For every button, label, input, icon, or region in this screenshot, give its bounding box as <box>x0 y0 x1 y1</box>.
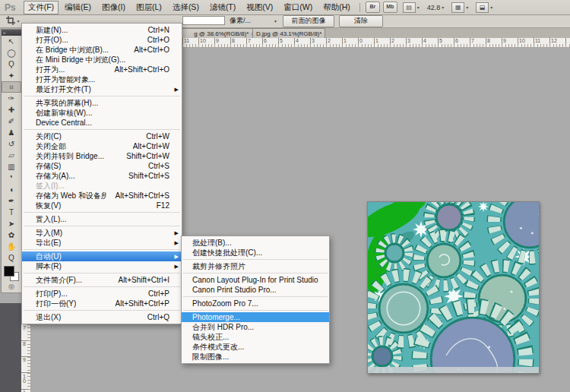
type-tool[interactable]: T <box>2 207 21 218</box>
ruler-label: 10 <box>519 38 525 43</box>
clone-stamp-tool[interactable]: ♟ <box>2 127 21 138</box>
submenu-item[interactable]: PhotoZoom Pro 7... <box>182 299 329 308</box>
dodge-tool[interactable]: ◖ <box>2 184 21 195</box>
crop-width-input[interactable] <box>182 16 225 25</box>
menubar-item[interactable]: 编辑(E) <box>60 1 96 14</box>
menu-item-label: Canon Print Studio Pro... <box>192 286 277 294</box>
file-menu-item[interactable]: 关闭全部Alt+Ctrl+W <box>22 141 182 151</box>
file-menu-item[interactable]: 存储为 Web 和设备所用格式(D)...Alt+Shift+Ctrl+S <box>22 191 182 201</box>
submenu-item[interactable]: 批处理(B)... <box>182 238 329 248</box>
foreground-color-swatch[interactable] <box>4 266 14 277</box>
menubar-item[interactable]: 文件(F) <box>24 1 59 14</box>
zoom-tool[interactable]: Q <box>2 252 21 264</box>
ruler-label: 1 0 <box>23 375 26 384</box>
screen-mode-dropdown[interactable]: ⬓ ▾ <box>476 2 492 13</box>
file-menu-item[interactable]: 打印一份(Y)Alt+Shift+Ctrl+P <box>22 299 182 308</box>
ruler-label: 8 <box>232 38 235 43</box>
file-menu-item[interactable]: 共享我的屏幕(H)... <box>22 98 182 108</box>
file-menu-item[interactable]: 在 Bridge 中浏览(B)...Alt+Ctrl+O <box>22 45 182 55</box>
menubar-item[interactable]: 帮助(H) <box>318 1 355 14</box>
file-menu-item[interactable]: 打印(P)...Ctrl+P <box>22 289 182 299</box>
gradient-tool[interactable]: ▥ <box>2 161 21 172</box>
submenu-item[interactable]: Canon Print Studio Pro... <box>182 285 329 295</box>
mini-bridge-button[interactable]: Mb <box>383 2 397 13</box>
zoom-level-dropdown[interactable]: 42.8 ▾ <box>427 4 445 11</box>
menubar-item[interactable]: 图像(I) <box>97 1 130 14</box>
submenu-item-photomerge[interactable]: Photomerge... <box>182 312 329 322</box>
history-brush-tool[interactable]: ↺ <box>2 138 21 150</box>
file-menu-item[interactable]: 文件简介(F)...Alt+Shift+Ctrl+I <box>22 275 182 285</box>
document-tab[interactable]: D.jpg @ 43.1%(RGB/8)*× <box>252 28 325 38</box>
file-menu-item[interactable]: 关闭(C)Ctrl+W <box>22 131 182 141</box>
hand-tool[interactable]: ✋ <box>2 241 21 252</box>
file-menu-item[interactable]: 签入(I)... <box>22 181 182 191</box>
path-selection-tool[interactable]: ➤ <box>2 218 21 229</box>
menu-separator <box>183 310 328 311</box>
document-image[interactable] <box>367 201 540 374</box>
ruler-label: 6 <box>264 38 267 43</box>
file-menu-item[interactable]: 存储为(A)...Shift+Ctrl+S <box>22 171 182 181</box>
file-menu-item[interactable]: 创建新审核(W)... <box>22 108 182 118</box>
menubar-item[interactable]: 图层(L) <box>131 1 166 14</box>
move-tool[interactable]: ↖ <box>2 36 21 47</box>
menu-item-label: 退出(X) <box>36 312 61 323</box>
tools-panel-header[interactable]: » <box>2 30 21 36</box>
menu-item-label: 脚本(R) <box>36 261 62 272</box>
file-menu-item-automate[interactable]: 自动(U)▶ <box>22 251 182 261</box>
tab-close-icon[interactable]: × <box>324 30 325 37</box>
file-menu-item[interactable]: 最近打开文件(T)▶ <box>22 84 182 94</box>
file-menu-item[interactable]: 打开为智能对象... <box>22 74 182 84</box>
file-menu-item[interactable]: 存储(S)Ctrl+S <box>22 161 182 171</box>
pen-tool[interactable]: ✒ <box>2 195 21 207</box>
submenu-item[interactable]: 镜头校正... <box>182 332 329 342</box>
submenu-item[interactable]: 限制图像... <box>182 352 329 362</box>
file-menu-item[interactable]: 脚本(R)▶ <box>22 261 182 271</box>
submenu-item[interactable]: Canon Layout Plug-In for Print Studio Pr… <box>182 275 329 285</box>
view-extras-dropdown[interactable]: ▤ ▾ <box>403 2 420 13</box>
file-menu-item[interactable]: 新建(N)...Ctrl+N <box>22 25 182 35</box>
menu-item-label: 创建新审核(W)... <box>36 108 92 119</box>
menubar-item[interactable]: 窗口(W) <box>279 1 317 14</box>
crop-tool-preset[interactable]: ▾ <box>3 15 23 26</box>
file-menu-item[interactable]: 退出(X)Ctrl+Q <box>22 312 182 322</box>
bridge-button[interactable]: Br <box>366 2 380 13</box>
quick-mask-button[interactable]: ◎ <box>2 282 21 291</box>
submenu-item[interactable]: 条件模式更改... <box>182 342 329 352</box>
menubar-item[interactable]: 视图(V) <box>242 1 277 14</box>
submenu-item[interactable]: 合并到 HDR Pro... <box>182 322 329 332</box>
unit-dropdown[interactable]: 像素/... ▾ <box>228 16 278 25</box>
eyedropper-tool[interactable]: ✑ <box>2 93 21 104</box>
ruler-label: 11 <box>184 38 189 43</box>
brush-tool[interactable]: ✐ <box>2 115 21 127</box>
ruler-label: 2 <box>391 38 394 43</box>
arrange-documents-dropdown[interactable]: ▦ ▾ <box>451 2 468 13</box>
blur-tool[interactable]: ❜ <box>2 172 21 184</box>
file-menu-item[interactable]: 置入(L)... <box>22 214 182 224</box>
submenu-item[interactable]: 裁剪并修齐照片 <box>182 261 329 271</box>
file-menu-item[interactable]: 打开为...Alt+Shift+Ctrl+O <box>22 65 182 74</box>
file-menu-item[interactable]: 在 Mini Bridge 中浏览(G)... <box>22 55 182 65</box>
healing-brush-tool[interactable]: ✚ <box>2 104 21 115</box>
clear-button[interactable]: 清除 <box>339 15 383 27</box>
submenu-item[interactable]: 创建快捷批处理(C)... <box>182 248 329 258</box>
custom-shape-tool[interactable]: ✿ <box>2 229 21 241</box>
menu-item-label: 导出(E) <box>36 238 61 248</box>
menu-item-label: 创建快捷批处理(C)... <box>192 248 262 258</box>
lasso-tool[interactable]: Ϙ <box>2 58 21 70</box>
crop-tool[interactable]: ⌗ <box>2 81 21 93</box>
quick-selection-tool[interactable]: ✦ <box>2 70 21 81</box>
front-image-button[interactable]: 前面的图像 <box>283 15 334 27</box>
file-menu-item[interactable]: 恢复(V)F12 <box>22 201 182 210</box>
file-menu-item[interactable]: 导出(E)▶ <box>22 238 182 248</box>
file-menu-item[interactable]: 打开(O)...Ctrl+O <box>22 35 182 45</box>
file-menu-item[interactable]: 关闭并转到 Bridge...Shift+Ctrl+W <box>22 151 182 161</box>
color-swatches[interactable] <box>2 265 21 282</box>
marquee-tool[interactable]: ◯ <box>2 47 21 58</box>
eraser-tool[interactable]: ▱ <box>2 150 21 161</box>
document-tab-label: D.jpg @ 43.1%(RGB/8)* <box>256 30 321 37</box>
menubar-item[interactable]: 选择(S) <box>168 1 204 14</box>
file-menu-item[interactable]: 导入(M)▶ <box>22 228 182 238</box>
file-menu-item[interactable]: Device Central... <box>22 118 182 128</box>
menu-separator <box>24 273 180 273</box>
menubar-item[interactable]: 滤镜(T) <box>205 1 240 14</box>
